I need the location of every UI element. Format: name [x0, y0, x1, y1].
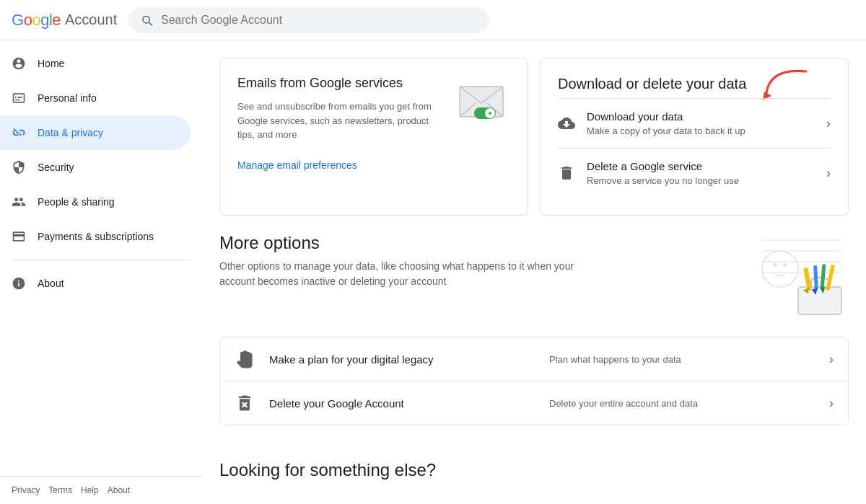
sidebar-personal-info-label: Personal info — [38, 92, 97, 104]
security-icon — [12, 160, 26, 174]
sidebar: Home Personal info Data & privacy Securi… — [0, 40, 202, 504]
delete-service-title: Delete a Google service — [587, 160, 815, 172]
sidebar-item-people-sharing[interactable]: People & sharing — [0, 185, 191, 219]
delete-account-item[interactable]: Delete your Google Account Delete your e… — [220, 381, 848, 425]
sidebar-item-data-privacy[interactable]: Data & privacy — [0, 115, 191, 150]
search-bar[interactable] — [128, 7, 489, 33]
looking-title: Looking for something else? — [219, 460, 849, 480]
google-wordmark: Google — [12, 11, 61, 30]
footer-help-link[interactable]: Help — [81, 485, 99, 495]
sidebar-item-payments[interactable]: Payments & subscriptions — [0, 219, 191, 254]
sidebar-payments-label: Payments & subscriptions — [38, 231, 154, 242]
sidebar-people-sharing-label: People & sharing — [38, 196, 115, 208]
delete-service-item[interactable]: Delete a Google service Remove a service… — [558, 148, 831, 198]
svg-point-13 — [784, 263, 787, 267]
email-toggle-illustration — [452, 76, 510, 126]
download-data-text: Download your data Make a copy of your d… — [587, 110, 815, 136]
search-input[interactable] — [161, 14, 478, 27]
people-icon — [12, 195, 26, 209]
download-data-chevron: › — [826, 116, 831, 131]
looking-section: Looking for something else? — [219, 443, 849, 498]
sidebar-security-label: Security — [38, 162, 74, 173]
sidebar-data-privacy-label: Data & privacy — [38, 127, 103, 138]
footer-privacy-link[interactable]: Privacy — [12, 485, 40, 495]
email-card: Emails from Google services See and unsu… — [219, 58, 528, 216]
footer-terms-link[interactable]: Terms — [48, 485, 72, 495]
delete-account-chevron: › — [829, 396, 834, 411]
about-icon — [12, 276, 26, 291]
more-options-header: More options Other options to manage you… — [219, 233, 849, 319]
hand-icon — [235, 349, 255, 369]
more-options-description: Other options to manage your data, like … — [219, 259, 580, 289]
sidebar-item-about[interactable]: About — [0, 266, 191, 301]
toolbox-illustration — [704, 233, 849, 319]
download-data-item[interactable]: Download your data Make a copy of your d… — [558, 98, 831, 148]
top-cards: Emails from Google services See and unsu… — [219, 58, 849, 216]
svg-point-11 — [762, 251, 798, 287]
email-card-description: See and unsubscribe from emails you get … — [237, 100, 441, 142]
more-options-text-block: More options Other options to manage you… — [219, 233, 580, 289]
sidebar-home-label: Home — [38, 58, 64, 69]
more-options-title: More options — [219, 233, 580, 253]
svg-rect-19 — [821, 264, 826, 288]
delete-account-desc: Delete your entire account and data — [549, 398, 815, 409]
digital-legacy-title: Make a plan for your digital legacy — [269, 353, 535, 366]
digital-legacy-desc: Plan what happens to your data — [549, 354, 815, 365]
main-content: Emails from Google services See and unsu… — [202, 40, 866, 504]
data-privacy-icon — [12, 125, 26, 140]
email-card-inner: Emails from Google services See and unsu… — [237, 76, 510, 171]
digital-legacy-item[interactable]: Make a plan for your digital legacy Plan… — [220, 337, 848, 381]
home-icon — [12, 56, 26, 71]
delete-service-text: Delete a Google service Remove a service… — [587, 160, 815, 186]
delete-account-title: Delete your Google Account — [269, 397, 535, 410]
manage-email-preferences-link[interactable]: Manage email preferences — [237, 159, 357, 171]
delete-service-desc: Remove a service you no longer use — [587, 175, 815, 186]
app-header: Google Account — [0, 0, 866, 40]
google-account-logo[interactable]: Google Account — [12, 11, 117, 30]
download-data-desc: Make a copy of your data to back it up — [587, 125, 815, 136]
search-icon — [140, 13, 154, 27]
svg-rect-17 — [813, 265, 818, 290]
svg-point-5 — [489, 112, 491, 115]
sidebar-item-personal-info[interactable]: Personal info — [0, 81, 191, 115]
personal-info-icon — [12, 91, 26, 105]
digital-legacy-chevron: › — [829, 352, 834, 367]
footer-about-link[interactable]: About — [108, 485, 130, 495]
delete-account-icon — [235, 393, 255, 413]
download-delete-card: Download or delete your data Download yo… — [540, 58, 849, 216]
email-card-content: Emails from Google services See and unsu… — [237, 76, 441, 171]
delete-service-chevron: › — [826, 166, 831, 181]
sidebar-footer: Privacy Terms Help About — [0, 476, 202, 504]
payments-icon — [12, 229, 26, 244]
action-list: Make a plan for your digital legacy Plan… — [219, 337, 849, 425]
download-data-title: Download your data — [587, 110, 815, 123]
sidebar-item-security[interactable]: Security — [0, 150, 191, 185]
sidebar-divider — [12, 260, 191, 260]
delete-service-icon — [558, 164, 575, 182]
more-options-section: More options Other options to manage you… — [219, 233, 849, 425]
svg-point-12 — [774, 263, 777, 267]
email-card-icon-area — [452, 76, 510, 128]
page-layout: Home Personal info Data & privacy Securi… — [0, 40, 866, 504]
sidebar-item-home[interactable]: Home — [0, 46, 191, 81]
account-text: Account — [65, 12, 117, 28]
sidebar-about-label: About — [38, 278, 64, 289]
email-card-title: Emails from Google services — [237, 76, 441, 91]
cloud-download-icon — [558, 115, 575, 132]
